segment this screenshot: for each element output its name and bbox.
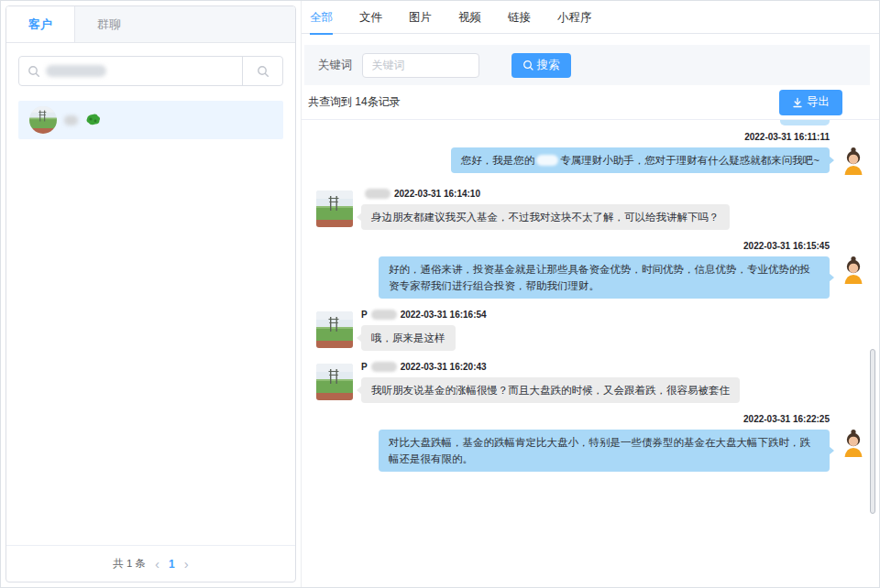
redacted-contact-name [64, 115, 78, 125]
app-window: 客户 群聊 共 1 条 ‹ [0, 0, 880, 588]
tab-images[interactable]: 图片 [409, 1, 432, 34]
search-icon [28, 65, 40, 78]
message-header: P 2022-03-31 16:20:43 [361, 362, 487, 372]
truncated-message-bubble [780, 120, 830, 125]
search-button[interactable]: 搜索 [512, 53, 571, 78]
agent-avatar [837, 427, 870, 460]
message-type-tabs: 全部 文件 图片 视频 链接 小程序 [302, 1, 879, 34]
redacted-name [536, 155, 558, 166]
plant-icon [85, 114, 101, 127]
message-header: 2022-03-31 16:14:10 [361, 189, 480, 199]
contact-search-input[interactable] [19, 57, 242, 85]
agent-avatar [837, 145, 870, 178]
message-panel: 全部 文件 图片 视频 链接 小程序 关键词 搜索 共查询到 14条记录 导出 [302, 1, 879, 587]
next-page-button[interactable]: › [184, 557, 189, 571]
download-icon [792, 97, 803, 108]
tab-customers[interactable]: 客户 [6, 6, 75, 42]
pagination-total: 共 1 条 [113, 557, 146, 571]
tab-videos[interactable]: 视频 [458, 1, 481, 34]
export-button[interactable]: 导出 [779, 90, 842, 115]
message-header: P 2022-03-31 16:16:54 [361, 310, 487, 320]
message-bubble: 哦，原来是这样 [361, 325, 456, 351]
search-icon [522, 60, 534, 71]
message-timestamp: 2022-03-31 16:16:54 [401, 310, 487, 320]
contacts-card: 客户 群聊 共 1 条 ‹ [6, 5, 296, 583]
keyword-input[interactable] [362, 53, 479, 78]
message-timestamp: 2022-03-31 16:20:43 [401, 362, 487, 372]
message-sent: 2022-03-31 16:11:11 您好，我是您的专属理财小助手，您对于理财… [316, 132, 870, 178]
message-received: P 2022-03-31 16:16:54 哦，原来是这样 [316, 310, 870, 351]
chat-history: 2022-03-31 16:11:11 您好，我是您的专属理财小助手，您对于理财… [302, 120, 879, 587]
tab-all[interactable]: 全部 [310, 1, 333, 34]
contact-search [18, 56, 283, 86]
message-sent: 2022-03-31 16:15:45 好的，通俗来讲，投资基金就是让那些具备资… [316, 241, 870, 299]
results-row: 共查询到 14条记录 导出 [302, 85, 879, 120]
redacted-search-text [46, 65, 106, 77]
search-icon [257, 65, 270, 78]
message-sent: 2022-03-31 16:22:25 对比大盘跌幅，基金的跌幅肯定比大盘小，特… [316, 414, 870, 472]
filter-bar: 关键词 搜索 [304, 45, 870, 85]
message-timestamp: 2022-03-31 16:22:25 [743, 414, 830, 424]
contact-avatar [29, 106, 57, 134]
prev-page-button[interactable]: ‹ [155, 557, 160, 571]
agent-avatar [837, 254, 870, 287]
message-timestamp: 2022-03-31 16:11:11 [744, 132, 830, 142]
tab-group-chats[interactable]: 群聊 [75, 6, 143, 42]
results-summary: 共查询到 14条记录 [308, 94, 401, 110]
message-received: P 2022-03-31 16:20:43 我听朋友说基金的涨幅很慢？而且大盘跌… [316, 362, 870, 403]
customer-avatar [316, 311, 353, 348]
chat-scrollbar[interactable] [870, 349, 875, 514]
contact-search-button[interactable] [242, 57, 282, 85]
message-bubble: 对比大盘跌幅，基金的跌幅肯定比大盘小，特别是一些债券型的基金在大盘大幅下跌时，跌… [379, 430, 830, 472]
message-bubble: 好的，通俗来讲，投资基金就是让那些具备资金优势，时间优势，信息优势，专业优势的投… [379, 256, 830, 299]
redacted-sender-name [371, 362, 397, 372]
customer-avatar [316, 364, 353, 400]
pagination: 共 1 条 ‹ 1 › [6, 545, 295, 582]
sidebar: 客户 群聊 共 1 条 ‹ [1, 1, 302, 587]
message-bubble: 您好，我是您的专属理财小助手，您对于理财有什么疑惑就都来问我吧~ [451, 147, 830, 173]
message-received: 2022-03-31 16:14:10 身边朋友都建议我买入基金，不过我对这块不… [316, 189, 870, 230]
message-timestamp: 2022-03-31 16:15:45 [743, 241, 830, 251]
customer-avatar [316, 191, 353, 227]
sidebar-tabs: 客户 群聊 [6, 6, 295, 43]
message-timestamp: 2022-03-31 16:14:10 [394, 189, 480, 199]
tab-links[interactable]: 链接 [508, 1, 531, 34]
message-bubble: 身边朋友都建议我买入基金，不过我对这块不太了解，可以给我讲解下吗？ [361, 204, 730, 230]
tab-files[interactable]: 文件 [359, 1, 382, 34]
contact-list-item[interactable] [18, 101, 283, 139]
tab-miniprograms[interactable]: 小程序 [557, 1, 592, 34]
redacted-sender-name [371, 310, 397, 320]
message-bubble: 我听朋友说基金的涨幅很慢？而且大盘跌的时候，又会跟着跌，很容易被套住 [361, 377, 740, 403]
page-number[interactable]: 1 [169, 558, 175, 571]
keyword-label: 关键词 [318, 58, 353, 73]
redacted-sender-name [365, 189, 390, 199]
